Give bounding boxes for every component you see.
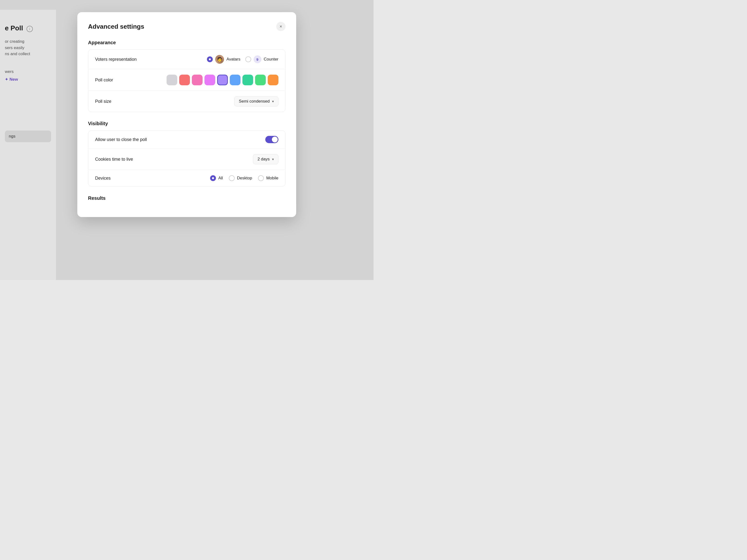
devices-options: All Desktop Mobile [210, 175, 278, 181]
counter-badge: 9 [254, 55, 261, 63]
devices-label: Devices [95, 176, 111, 181]
avatar: 🧑 [215, 55, 224, 64]
color-swatch-teal[interactable] [242, 75, 253, 85]
devices-mobile-option[interactable]: Mobile [258, 175, 278, 181]
avatars-option[interactable]: 🧑 Avatars [207, 55, 240, 64]
devices-mobile-radio[interactable] [258, 175, 264, 181]
allow-close-row: Allow user to close the poll [88, 131, 285, 149]
counter-radio[interactable] [246, 56, 251, 62]
devices-all-radio[interactable] [210, 175, 216, 181]
poll-color-label: Poll color [95, 78, 113, 83]
results-heading: Results [88, 195, 285, 201]
cookies-ttl-dropdown[interactable]: 2 days ▾ [253, 154, 278, 164]
devices-desktop-radio[interactable] [229, 175, 235, 181]
voters-options: 🧑 Avatars 9 Counter [207, 55, 278, 64]
voters-label: Voters representation [95, 57, 137, 62]
color-swatch-gray[interactable] [166, 75, 177, 85]
chevron-down-icon: ▾ [272, 100, 274, 103]
color-swatch-blue[interactable] [230, 75, 240, 85]
color-swatch-pink[interactable] [192, 75, 203, 85]
voters-representation-row: Voters representation 🧑 Avatars 9 Counte… [88, 50, 285, 69]
avatars-label: Avatars [226, 57, 240, 62]
cookies-ttl-label: Cookies time to live [95, 157, 133, 162]
cookies-ttl-row: Cookies time to live 2 days ▾ [88, 149, 285, 170]
color-swatch-pink2[interactable] [205, 75, 215, 85]
poll-size-dropdown[interactable]: Semi condensed ▾ [234, 96, 278, 106]
color-swatch-purple[interactable] [217, 75, 228, 85]
close-button[interactable]: × [276, 22, 285, 31]
devices-all-label: All [218, 176, 223, 181]
visibility-card: Allow user to close the poll Cookies tim… [88, 130, 285, 187]
color-swatch-orange[interactable] [268, 75, 278, 85]
devices-all-option[interactable]: All [210, 175, 223, 181]
modal-header: Advanced settings × [88, 22, 285, 31]
visibility-heading: Visibility [88, 121, 285, 126]
poll-size-row: Poll size Semi condensed ▾ [88, 91, 285, 112]
toggle-thumb [272, 137, 278, 142]
color-swatch-red[interactable] [179, 75, 190, 85]
avatars-radio[interactable] [207, 56, 213, 62]
devices-desktop-option[interactable]: Desktop [229, 175, 252, 181]
devices-desktop-label: Desktop [237, 176, 252, 181]
appearance-heading: Appearance [88, 40, 285, 46]
chevron-down-icon-2: ▾ [272, 157, 274, 161]
poll-size-label: Poll size [95, 99, 111, 104]
modal-title: Advanced settings [88, 23, 144, 30]
advanced-settings-modal: Advanced settings × Appearance Voters re… [77, 12, 296, 217]
counter-label: Counter [264, 57, 278, 62]
appearance-card: Voters representation 🧑 Avatars 9 Counte… [88, 49, 285, 112]
poll-color-row: Poll color [88, 69, 285, 91]
modal-overlay: Advanced settings × Appearance Voters re… [0, 0, 374, 280]
devices-mobile-label: Mobile [266, 176, 278, 181]
color-swatch-green[interactable] [255, 75, 266, 85]
devices-row: Devices All Desktop Mobile [88, 170, 285, 186]
allow-close-label: Allow user to close the poll [95, 137, 147, 142]
cookies-ttl-value: 2 days [258, 157, 270, 162]
allow-close-toggle[interactable] [265, 136, 278, 143]
poll-size-value: Semi condensed [239, 99, 270, 104]
color-swatches [166, 75, 278, 85]
counter-option[interactable]: 9 Counter [246, 55, 278, 63]
